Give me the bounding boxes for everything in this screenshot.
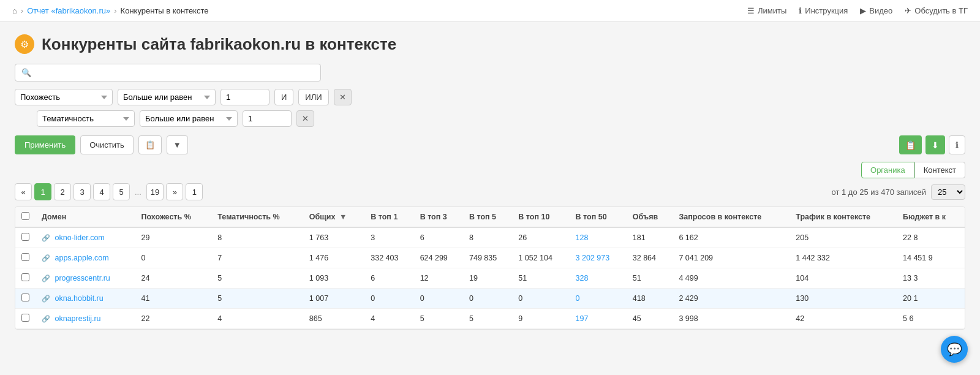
row-requests: 4 499 bbox=[673, 268, 790, 289]
data-table-wrapper: Домен Похожесть % Тематичность % Общих ▼… bbox=[15, 206, 965, 330]
row-budget: 22 8 bbox=[897, 227, 965, 248]
chat-bubble[interactable]: 💬 bbox=[941, 336, 968, 363]
page-1-button[interactable]: 1 bbox=[34, 183, 51, 200]
row-similarity: 24 bbox=[135, 268, 212, 289]
row-top50: 128 bbox=[570, 227, 627, 248]
domain-link[interactable]: okna.hobbit.ru bbox=[55, 294, 103, 303]
page-prev-button[interactable]: « bbox=[15, 183, 32, 200]
table-header: Домен Похожесть % Тематичность % Общих ▼… bbox=[15, 207, 965, 227]
link-icon: 🔗 bbox=[42, 234, 50, 241]
search-bar[interactable]: 🔍 bbox=[15, 64, 321, 81]
reset-button[interactable]: Очистить bbox=[80, 135, 134, 154]
domain-link[interactable]: oknaprestij.ru bbox=[55, 314, 100, 323]
row-thematic: 4 bbox=[211, 309, 303, 329]
row-top5: 8 bbox=[463, 227, 512, 248]
page-5-button[interactable]: 5 bbox=[113, 183, 130, 200]
row-top10: 26 bbox=[512, 227, 569, 248]
page-icon: ⚙ bbox=[15, 34, 34, 54]
row-traffic: 104 bbox=[790, 268, 897, 289]
row-ads: 181 bbox=[627, 227, 673, 248]
row-top10: 1 052 104 bbox=[512, 248, 569, 268]
row-top3: 12 bbox=[414, 268, 463, 289]
telegram-link[interactable]: ✈ Обсудить в ТГ bbox=[905, 6, 968, 15]
filter-clear-2-button[interactable]: ✕ bbox=[296, 110, 314, 127]
row-checkbox[interactable] bbox=[21, 233, 29, 241]
row-ads: 51 bbox=[627, 268, 673, 289]
info-button[interactable]: ℹ bbox=[949, 135, 965, 154]
action-left: Применить Очистить 📋 ▼ bbox=[15, 135, 188, 154]
link-icon: 🔗 bbox=[42, 315, 50, 322]
row-top5: 19 bbox=[463, 268, 512, 289]
row-checkbox[interactable] bbox=[21, 273, 29, 281]
row-checkbox-cell bbox=[15, 248, 36, 268]
page-3-button[interactable]: 3 bbox=[74, 183, 91, 200]
row-ads: 32 864 bbox=[627, 248, 673, 268]
filter-condition-2[interactable]: Больше или равен bbox=[140, 110, 238, 127]
table-row: 🔗 okno-lider.com 29 8 1 763 3 6 8 26 128… bbox=[15, 227, 965, 248]
filter-options-button[interactable]: ▼ bbox=[167, 135, 188, 154]
row-total: 1 763 bbox=[303, 227, 364, 248]
filter-and-button[interactable]: И bbox=[274, 89, 293, 105]
per-page-select[interactable]: 25 50 100 bbox=[931, 184, 965, 200]
row-domain: 🔗 okna.hobbit.ru bbox=[36, 289, 135, 309]
col-header-total[interactable]: Общих ▼ bbox=[303, 207, 364, 227]
filter-condition-1[interactable]: Больше или равен bbox=[118, 89, 216, 105]
view-tabs: Органика Контекст bbox=[15, 162, 965, 178]
row-requests: 6 162 bbox=[673, 227, 790, 248]
row-ads: 418 bbox=[627, 289, 673, 309]
video-icon: ▶ bbox=[860, 6, 866, 15]
select-all-checkbox[interactable] bbox=[21, 212, 29, 220]
page-4-button[interactable]: 4 bbox=[93, 183, 110, 200]
breadcrumb: ⌂ › Отчет «fabrikaokon.ru» › Конкуренты … bbox=[12, 6, 208, 15]
link-icon: 🔗 bbox=[42, 275, 50, 282]
filter-field-1[interactable]: Похожесть bbox=[15, 89, 113, 105]
col-header-similarity: Похожесть % bbox=[135, 207, 212, 227]
limits-link[interactable]: ☰ Лимиты bbox=[747, 6, 786, 15]
limits-icon: ☰ bbox=[747, 6, 755, 15]
pagination-text: от 1 до 25 из 470 записей bbox=[832, 188, 926, 197]
instruction-link[interactable]: ℹ Инструкция bbox=[799, 6, 848, 15]
filter-value-1[interactable] bbox=[221, 89, 270, 105]
page-jump-1-button[interactable]: 1 bbox=[186, 183, 203, 200]
filter-field-2[interactable]: Тематичность bbox=[37, 110, 135, 127]
tab-organika[interactable]: Органика bbox=[861, 162, 914, 178]
filter-or-button[interactable]: ИЛИ bbox=[298, 89, 328, 105]
row-top50: 3 202 973 bbox=[570, 248, 627, 268]
domain-link[interactable]: okno-lider.com bbox=[55, 233, 104, 242]
row-checkbox[interactable] bbox=[21, 253, 29, 261]
row-requests: 2 429 bbox=[673, 289, 790, 309]
search-input[interactable] bbox=[35, 68, 314, 77]
row-checkbox[interactable] bbox=[21, 314, 29, 322]
row-similarity: 41 bbox=[135, 289, 212, 309]
row-traffic: 42 bbox=[790, 309, 897, 329]
limits-label: Лимиты bbox=[758, 6, 786, 15]
filter-clear-1-button[interactable]: ✕ bbox=[334, 89, 352, 105]
breadcrumb-report[interactable]: Отчет «fabrikaokon.ru» bbox=[27, 6, 110, 15]
export-button[interactable]: 📋 bbox=[138, 135, 162, 154]
filter-value-2[interactable] bbox=[243, 110, 292, 127]
row-checkbox[interactable] bbox=[21, 294, 29, 301]
col-header-top10: В топ 10 bbox=[512, 207, 569, 227]
page-2-button[interactable]: 2 bbox=[54, 183, 71, 200]
export-green-button[interactable]: 📋 bbox=[899, 135, 922, 154]
apply-button[interactable]: Применить bbox=[15, 135, 75, 154]
row-top5: 5 bbox=[463, 309, 512, 329]
domain-link[interactable]: progresscentr.ru bbox=[55, 274, 110, 282]
search-icon: 🔍 bbox=[21, 68, 31, 77]
sort-icon: ▼ bbox=[339, 213, 347, 221]
download-button[interactable]: ⬇ bbox=[925, 135, 945, 154]
domain-link[interactable]: apps.apple.com bbox=[55, 254, 108, 262]
row-total: 1 476 bbox=[303, 248, 364, 268]
row-thematic: 5 bbox=[211, 289, 303, 309]
row-traffic: 205 bbox=[790, 227, 897, 248]
row-domain: 🔗 okno-lider.com bbox=[36, 227, 135, 248]
table-row: 🔗 apps.apple.com 0 7 1 476 332 403 624 2… bbox=[15, 248, 965, 268]
row-budget: 13 3 bbox=[897, 268, 965, 289]
row-top50: 328 bbox=[570, 268, 627, 289]
page-19-button[interactable]: 19 bbox=[146, 183, 164, 200]
tab-kontekst[interactable]: Контекст bbox=[914, 162, 965, 178]
video-link[interactable]: ▶ Видео bbox=[860, 6, 892, 15]
page-next-button[interactable]: » bbox=[166, 183, 183, 200]
home-icon[interactable]: ⌂ bbox=[12, 6, 17, 15]
main-content: ⚙ Конкуренты сайта fabrikaokon.ru в конт… bbox=[0, 22, 980, 373]
